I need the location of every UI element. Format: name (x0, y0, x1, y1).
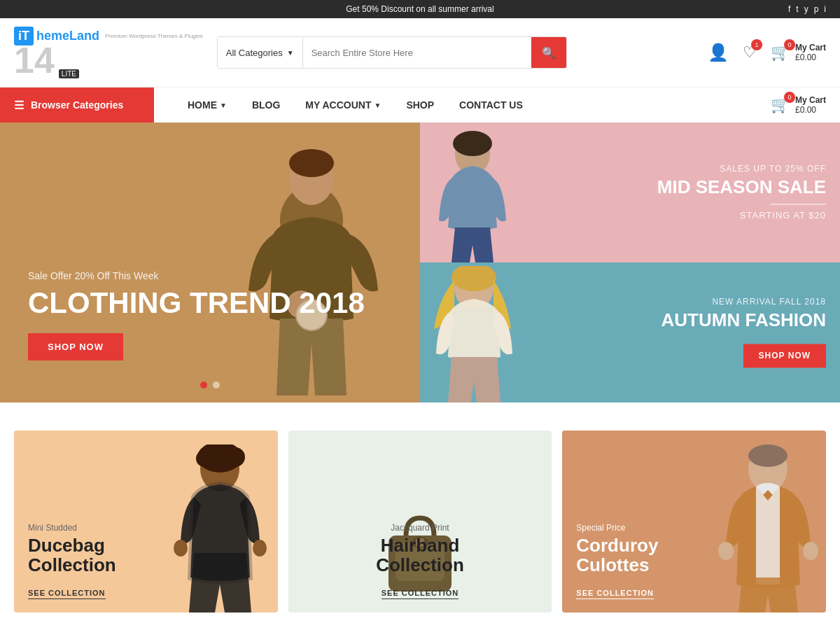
announcement-text: Get 50% Discount on all summer arrival (346, 4, 493, 14)
cart-label-text: My Cart (795, 43, 826, 52)
product-card-hairband: Jaccquard Print HairbandCollection SEE C… (288, 430, 552, 612)
wishlist-icon-wrap[interactable]: ♡ 1 (743, 43, 757, 62)
hairband-link[interactable]: SEE COLLECTION (382, 589, 459, 599)
hero-subtitle: Sale Offer 20% Off This Week (28, 270, 365, 281)
hero-right-bottom: NEW ARRIVAL FALL 2018 AUTUMN FASHION SHO… (420, 262, 840, 402)
slide-dots (200, 382, 220, 388)
hero-bottom-right-content: NEW ARRIVAL FALL 2018 AUTUMN FASHION SHO… (662, 297, 826, 368)
category-label: All Categories (226, 48, 283, 58)
ducebag-title: DucebagCollection (28, 536, 264, 575)
social-icons: f t y p i (788, 4, 826, 14)
nav-cart-badge: 0 (784, 92, 795, 103)
hero-shop-now-button[interactable]: SHOP NOW (28, 333, 123, 360)
search-input[interactable] (303, 37, 531, 68)
product-card-ducebag: Mini Studded DucebagCollection SEE COLLE… (14, 430, 278, 612)
navbar: ☰ Browser Categories HOME ▼ BLOG MY ACCO… (0, 87, 840, 122)
user-icon: 👤 (708, 43, 729, 62)
youtube-icon[interactable]: y (804, 4, 808, 14)
hero-right-top: SALES UP TO 25% OFF MID SEASON SALE STAR… (420, 122, 840, 262)
corduroy-subtitle: Special Price (576, 523, 812, 533)
nav-contact-label: CONTACT US (459, 99, 523, 111)
hero-left-content: Sale Offer 20% Off This Week CLOTHING TR… (28, 270, 365, 360)
slide-dot-1[interactable] (200, 382, 207, 388)
hairband-content: Jaccquard Print HairbandCollection SEE C… (376, 523, 464, 598)
wishlist-badge: 1 (751, 39, 762, 50)
nav-account-label: MY ACCOUNT (305, 99, 371, 111)
logo-tagline: Premium Wordpress Themes & Plugins (105, 33, 203, 39)
products-section: Mini Studded DucebagCollection SEE COLLE… (0, 402, 840, 630)
instagram-icon[interactable]: i (824, 4, 826, 14)
nav-links: HOME ▼ BLOG MY ACCOUNT ▼ SHOP CONTACT US (154, 88, 771, 122)
ducebag-content: Mini Studded DucebagCollection SEE COLLE… (28, 523, 264, 598)
svg-point-6 (453, 131, 492, 156)
product-card-corduroy: Special Price CorduroyCulottes SEE COLLE… (562, 430, 826, 612)
hairband-title: HairbandCollection (376, 536, 464, 575)
search-icon: 🔍 (542, 46, 556, 59)
logo-lite: LITE (59, 69, 79, 78)
search-category-dropdown[interactable]: All Categories ▼ (218, 37, 303, 68)
hero-bottom-right-subtitle: NEW ARRIVAL FALL 2018 (662, 297, 826, 307)
hero-right: SALES UP TO 25% OFF MID SEASON SALE STAR… (420, 122, 840, 402)
cart-icon-wrap: 🛒 0 (771, 43, 790, 62)
hero-top-right-title: MID SEASON SALE (657, 176, 826, 198)
hero-title: CLOTHING TREND 2018 (28, 287, 365, 319)
hero-top-right-subtitle: SALES UP TO 25% OFF (657, 164, 826, 174)
hero-female-figure-top (430, 130, 514, 262)
cart-label-area: My Cart £0.00 (795, 43, 826, 62)
hairband-subtitle: Jaccquard Print (376, 523, 464, 533)
search-button[interactable]: 🔍 (531, 37, 566, 68)
twitter-icon[interactable]: t (796, 4, 798, 14)
nav-item-contact[interactable]: CONTACT US (447, 88, 536, 122)
site-header: iT hemeLand Premium Wordpress Themes & P… (0, 18, 840, 87)
logo-area[interactable]: iT hemeLand Premium Wordpress Themes & P… (14, 27, 203, 78)
nav-shop-label: SHOP (406, 99, 434, 111)
corduroy-title: CorduroyCulottes (576, 536, 812, 575)
cart-badge: 0 (784, 39, 795, 50)
logo-number: 14 (14, 42, 55, 78)
nav-home-label: HOME (188, 99, 217, 111)
account-icon-wrap[interactable]: 👤 (708, 43, 729, 62)
nav-item-shop[interactable]: SHOP (393, 88, 447, 122)
header-actions: 👤 ♡ 1 🛒 0 My Cart £0.00 (708, 43, 826, 62)
cart-area[interactable]: 🛒 0 My Cart £0.00 (771, 43, 826, 62)
nav-item-blog[interactable]: BLOG (239, 88, 293, 122)
hero-section: Sale Offer 20% Off This Week CLOTHING TR… (0, 122, 840, 402)
cart-price: £0.00 (795, 52, 826, 62)
nav-cart-label-area: My Cart £0.00 (795, 95, 826, 115)
facebook-icon[interactable]: f (788, 4, 790, 14)
browser-categories-button[interactable]: ☰ Browser Categories (0, 88, 154, 122)
hamburger-icon: ☰ (14, 99, 24, 112)
pinterest-icon[interactable]: p (814, 4, 819, 14)
nav-cart-icon-wrap: 🛒 0 (771, 96, 790, 114)
corduroy-link[interactable]: SEE COLLECTION (576, 589, 654, 599)
nav-cart[interactable]: 🛒 0 My Cart £0.00 (771, 88, 840, 122)
account-chevron-icon: ▼ (374, 102, 381, 109)
hero-bottom-right-title: AUTUMN FASHION (662, 309, 826, 331)
home-chevron-icon: ▼ (220, 102, 227, 109)
search-area: All Categories ▼ 🔍 (217, 36, 567, 69)
nav-cart-label: My Cart (795, 95, 826, 105)
products-grid: Mini Studded DucebagCollection SEE COLLE… (14, 430, 826, 612)
nav-item-home[interactable]: HOME ▼ (175, 88, 239, 122)
browser-categories-label: Browser Categories (31, 99, 123, 111)
slide-dot-2[interactable] (213, 382, 220, 388)
svg-point-2 (289, 149, 334, 177)
corduroy-content: Special Price CorduroyCulottes SEE COLLE… (576, 523, 812, 598)
nav-blog-label: BLOG (252, 99, 280, 111)
hero-female-figure-bottom (424, 266, 525, 402)
hero-divider (770, 204, 826, 205)
hero-top-right-price: STARTING AT $20 (657, 211, 826, 221)
hero-left: Sale Offer 20% Off This Week CLOTHING TR… (0, 122, 420, 402)
hero-top-right-content: SALES UP TO 25% OFF MID SEASON SALE STAR… (657, 164, 826, 220)
hero-autumn-shop-button[interactable]: SHOP NOW (743, 344, 826, 368)
ducebag-subtitle: Mini Studded (28, 523, 264, 533)
svg-point-22 (748, 444, 788, 467)
nav-item-my-account[interactable]: MY ACCOUNT ▼ (293, 88, 393, 122)
announcement-bar: Get 50% Discount on all summer arrival f… (0, 0, 840, 18)
chevron-down-icon: ▼ (287, 49, 294, 57)
ducebag-link[interactable]: SEE COLLECTION (28, 589, 106, 599)
nav-cart-price: £0.00 (795, 105, 826, 115)
